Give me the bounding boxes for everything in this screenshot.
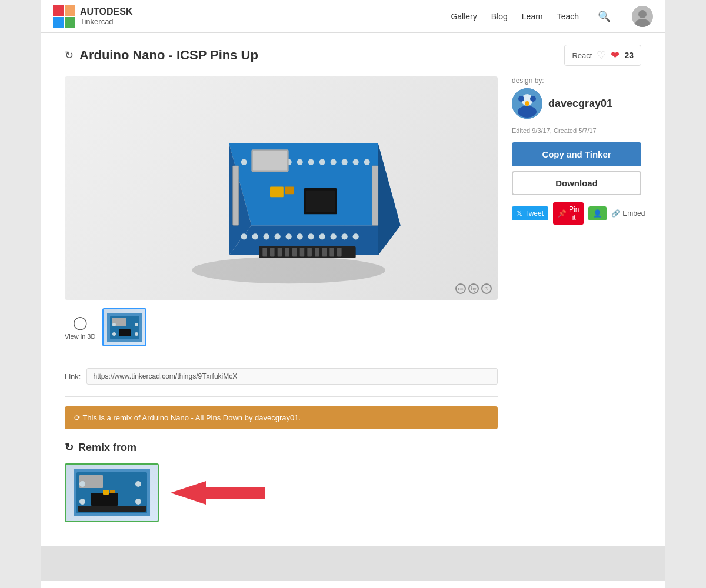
designer-name[interactable]: davecgray01 [548, 98, 612, 110]
divider-2 [65, 396, 498, 397]
tweet-button[interactable]: 𝕏 Tweet [512, 206, 548, 220]
model-viewport[interactable]: cc by ⊙ [65, 76, 498, 300]
svg-point-14 [308, 159, 314, 165]
svg-rect-68 [103, 490, 109, 495]
arduino-3d-model [65, 76, 498, 300]
svg-point-66 [135, 499, 141, 505]
svg-rect-35 [270, 186, 284, 197]
view-section: cc by ⊙ ◯ View in 3D [65, 76, 498, 522]
tinkercad-logo-grid [53, 5, 75, 28]
svg-rect-49 [329, 248, 334, 256]
twitter-icon: 𝕏 [517, 209, 522, 218]
svg-point-58 [135, 332, 138, 336]
react-section: React ♡ ❤ 23 [564, 45, 641, 66]
nav-teach[interactable]: Teach [557, 12, 579, 21]
svg-point-75 [525, 101, 530, 106]
link-input[interactable] [86, 368, 498, 385]
share-person-icon: 👤 [593, 209, 602, 218]
svg-point-3 [192, 257, 385, 284]
svg-point-73 [518, 96, 524, 102]
view-3d-label: View in 3D [65, 333, 95, 340]
designer-avatar[interactable] [512, 88, 542, 119]
svg-marker-70 [171, 481, 265, 505]
svg-rect-40 [262, 248, 267, 256]
svg-rect-47 [315, 248, 319, 256]
svg-point-56 [112, 323, 116, 326]
svg-point-25 [297, 233, 303, 239]
main-content: ↻ Arduino Nano - ICSP Pins Up React ♡ ❤ … [41, 33, 665, 534]
svg-point-30 [353, 233, 359, 239]
main-grid: cc by ⊙ ◯ View in 3D [65, 76, 641, 522]
page-title-left: ↻ Arduino Nano - ICSP Pins Up [65, 48, 258, 63]
svg-point-74 [530, 96, 536, 102]
svg-point-20 [241, 233, 247, 239]
tweet-label: Tweet [525, 209, 544, 218]
svg-point-24 [286, 233, 292, 239]
thumbnail-image[interactable] [102, 308, 146, 346]
page-title-row: ↻ Arduino Nano - ICSP Pins Up React ♡ ❤ … [65, 45, 641, 66]
svg-rect-41 [270, 248, 275, 256]
heart-empty-icon[interactable]: ♡ [597, 49, 606, 62]
svg-point-13 [297, 159, 303, 165]
remix-from-label: Remix from [78, 442, 136, 454]
svg-point-65 [135, 481, 141, 487]
heart-filled-icon[interactable]: ❤ [611, 49, 620, 62]
svg-point-29 [342, 233, 348, 239]
svg-rect-32 [253, 151, 287, 171]
page-title: Arduino Nano - ICSP Pins Up [79, 48, 258, 63]
svg-point-1 [638, 10, 647, 18]
heart-count: 23 [624, 51, 634, 60]
download-button[interactable]: Download [512, 171, 641, 195]
edit-dates: Edited 9/3/17, Created 5/7/17 [512, 127, 641, 134]
svg-point-19 [364, 159, 370, 165]
svg-rect-50 [337, 248, 342, 256]
remix-banner: ⟳ This is a remix of Arduino Nano - All … [65, 406, 498, 429]
svg-point-18 [353, 159, 359, 165]
svg-rect-67 [78, 506, 146, 512]
product-name: Tinkercad [80, 17, 133, 26]
svg-rect-34 [306, 191, 335, 212]
svg-rect-42 [278, 248, 282, 256]
nav-blog[interactable]: Blog [491, 12, 508, 21]
divider [65, 356, 498, 356]
remix-icon: ↻ [65, 49, 74, 62]
svg-point-27 [319, 233, 325, 239]
svg-rect-46 [307, 248, 312, 256]
remix-source-card[interactable] [65, 463, 159, 522]
svg-marker-7 [378, 143, 401, 255]
svg-point-26 [308, 233, 314, 239]
svg-rect-62 [91, 493, 118, 506]
svg-point-23 [275, 233, 281, 239]
svg-point-63 [79, 499, 85, 505]
svg-rect-43 [285, 248, 289, 256]
search-icon[interactable]: 🔍 [598, 10, 611, 23]
nav-links: Gallery Blog Learn Teach 🔍 [451, 6, 653, 27]
cube-icon: ◯ [73, 315, 88, 330]
svg-point-8 [241, 159, 247, 165]
react-label: React [572, 51, 592, 60]
logo-area[interactable]: AUTODESK Tinkercad [53, 5, 133, 28]
cc-license-icons: cc by ⊙ [455, 283, 492, 294]
remix-arrow [171, 478, 265, 507]
svg-rect-36 [285, 186, 294, 194]
svg-point-55 [112, 332, 116, 336]
pin-label: Pin it [569, 205, 579, 222]
user-avatar[interactable] [632, 6, 653, 27]
copy-tinker-button[interactable]: Copy and Tinker [512, 142, 641, 166]
info-panel: design by: davecgray01 [512, 76, 641, 522]
design-by-label: design by: [512, 76, 641, 85]
svg-point-28 [331, 233, 337, 239]
share-button[interactable]: 👤 [588, 206, 607, 220]
brand-name: AUTODESK [80, 6, 133, 17]
svg-rect-54 [119, 329, 131, 336]
navigation: AUTODESK Tinkercad Gallery Blog Learn Te… [41, 0, 665, 33]
cc-by-icon: by [468, 283, 479, 294]
view-3d-button[interactable]: ◯ View in 3D [65, 315, 95, 340]
remix-from-title: ↻ Remix from [65, 441, 498, 454]
designer-row: davecgray01 [512, 88, 641, 119]
nav-learn[interactable]: Learn [522, 12, 543, 21]
embed-button[interactable]: 🔗 Embed [611, 209, 645, 218]
pin-button[interactable]: 📌 Pin it [553, 202, 584, 225]
page-footer [41, 546, 665, 581]
nav-gallery[interactable]: Gallery [451, 12, 477, 21]
